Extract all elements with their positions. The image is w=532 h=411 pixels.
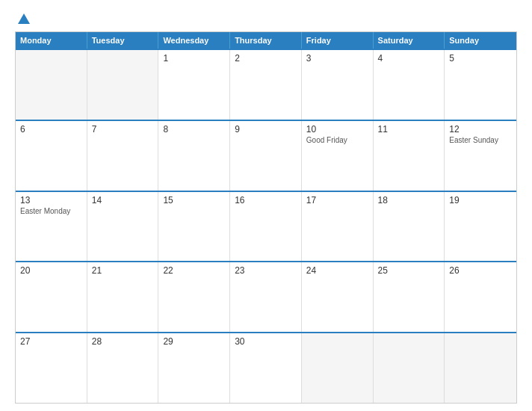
cal-cell: 29 — [158, 333, 230, 403]
day-number: 28 — [92, 336, 154, 347]
calendar-header — [15, 13, 517, 24]
cal-cell: 5 — [445, 50, 516, 120]
cal-cell: 13Easter Monday — [16, 192, 87, 262]
day-number: 8 — [163, 124, 225, 135]
cal-cell: 26 — [445, 262, 516, 332]
day-number: 12 — [449, 124, 512, 135]
day-number: 27 — [20, 336, 82, 347]
cal-cell: 20 — [16, 262, 87, 332]
cal-cell: 1 — [158, 50, 230, 120]
day-number: 7 — [92, 124, 154, 135]
cal-cell: 8 — [158, 121, 230, 191]
cal-cell: 7 — [87, 121, 159, 191]
holiday-label: Good Friday — [306, 136, 368, 144]
calendar-grid: MondayTuesdayWednesdayThursdayFridaySatu… — [15, 31, 517, 404]
cal-cell: 22 — [158, 262, 230, 332]
day-number: 20 — [20, 265, 82, 276]
cal-header-cell-thursday: Thursday — [230, 32, 302, 49]
day-number: 16 — [235, 195, 297, 206]
cal-header-cell-sunday: Sunday — [445, 32, 516, 49]
day-number: 4 — [378, 53, 440, 64]
day-number: 9 — [235, 124, 297, 135]
cal-cell: 14 — [87, 192, 159, 262]
day-number: 6 — [20, 124, 82, 135]
cal-cell — [374, 333, 445, 403]
day-number: 2 — [235, 53, 297, 64]
cal-cell: 28 — [87, 333, 159, 403]
day-number: 17 — [306, 195, 368, 206]
logo — [15, 13, 30, 24]
cal-cell: 23 — [230, 262, 302, 332]
day-number: 5 — [449, 53, 512, 64]
cal-cell: 17 — [302, 192, 374, 262]
cal-header-cell-tuesday: Tuesday — [87, 32, 159, 49]
cal-header-cell-wednesday: Wednesday — [158, 32, 230, 49]
cal-cell: 25 — [374, 262, 445, 332]
day-number: 3 — [306, 53, 368, 64]
cal-cell: 6 — [16, 121, 87, 191]
day-number: 15 — [163, 195, 225, 206]
day-number: 11 — [378, 124, 440, 135]
logo-triangle-icon — [18, 13, 30, 24]
cal-cell: 12Easter Sunday — [445, 121, 516, 191]
cal-cell: 2 — [230, 50, 302, 120]
day-number: 10 — [306, 124, 368, 135]
day-number: 24 — [306, 265, 368, 276]
cal-cell: 10Good Friday — [302, 121, 374, 191]
calendar-week-4: 20212223242526 — [16, 261, 516, 332]
cal-cell — [87, 50, 159, 120]
cal-header-cell-friday: Friday — [302, 32, 374, 49]
calendar-week-5: 27282930 — [16, 332, 516, 403]
cal-cell: 30 — [230, 333, 302, 403]
calendar-week-3: 13Easter Monday141516171819 — [16, 191, 516, 262]
holiday-label: Easter Sunday — [449, 136, 512, 144]
day-number: 26 — [449, 265, 512, 276]
cal-cell — [16, 50, 87, 120]
cal-cell: 19 — [445, 192, 516, 262]
day-number: 29 — [163, 336, 225, 347]
cal-cell: 15 — [158, 192, 230, 262]
calendar-week-2: 678910Good Friday1112Easter Sunday — [16, 120, 516, 191]
cal-cell: 21 — [87, 262, 159, 332]
cal-cell: 11 — [374, 121, 445, 191]
day-number: 25 — [378, 265, 440, 276]
cal-cell: 24 — [302, 262, 374, 332]
day-number: 1 — [163, 53, 225, 64]
day-number: 13 — [20, 195, 82, 206]
day-number: 19 — [449, 195, 512, 206]
cal-cell: 3 — [302, 50, 374, 120]
cal-cell: 4 — [374, 50, 445, 120]
cal-cell: 16 — [230, 192, 302, 262]
calendar-week-1: 12345 — [16, 49, 516, 120]
day-number: 30 — [235, 336, 297, 347]
day-number: 14 — [92, 195, 154, 206]
day-number: 22 — [163, 265, 225, 276]
holiday-label: Easter Monday — [20, 207, 82, 215]
day-number: 18 — [378, 195, 440, 206]
cal-header-cell-monday: Monday — [16, 32, 87, 49]
cal-cell: 18 — [374, 192, 445, 262]
day-number: 21 — [92, 265, 154, 276]
day-number: 23 — [235, 265, 297, 276]
cal-cell — [445, 333, 516, 403]
cal-cell — [302, 333, 374, 403]
cal-header-cell-saturday: Saturday — [374, 32, 445, 49]
calendar-header-row: MondayTuesdayWednesdayThursdayFridaySatu… — [16, 32, 516, 49]
calendar-body: 12345678910Good Friday1112Easter Sunday1… — [16, 49, 516, 403]
cal-cell: 9 — [230, 121, 302, 191]
cal-cell: 27 — [16, 333, 87, 403]
